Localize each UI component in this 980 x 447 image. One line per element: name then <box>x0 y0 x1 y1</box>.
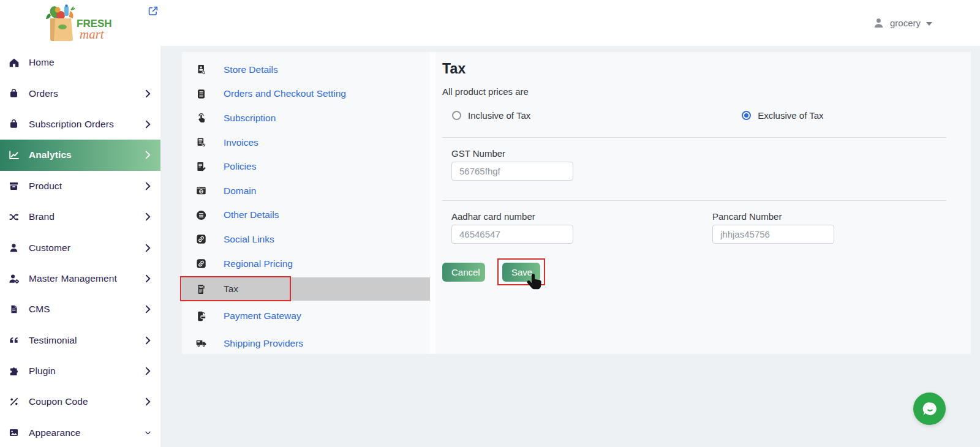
sidebar-item-label: Product <box>29 181 145 192</box>
hand-tap-icon <box>195 112 207 124</box>
panel-gap <box>430 52 435 354</box>
settings-item-label: Invoices <box>224 137 258 148</box>
settings-item-invoices[interactable]: Invoices <box>182 130 430 155</box>
settings-item-label: Shipping Providers <box>224 338 303 349</box>
sidebar-item-label: Customer <box>29 242 145 254</box>
chevron-right-icon <box>145 274 151 283</box>
chevron-right-icon <box>145 367 151 375</box>
shopping-bag-icon <box>8 88 20 99</box>
sidebar-item-label: Home <box>29 57 151 68</box>
sidebar-item-master-management[interactable]: Master Management <box>0 263 160 294</box>
tax-form-panel: Tax All product prices are Inclusive of … <box>435 52 971 354</box>
chevron-right-icon <box>145 151 151 159</box>
freshmart-logo[interactable]: FRESH mart <box>44 4 116 45</box>
settings-item-orders-checkout[interactable]: Orders and Checkout Setting <box>182 82 430 107</box>
radio-checked-icon[interactable] <box>742 111 751 120</box>
sidebar-item-home[interactable]: Home <box>0 47 160 78</box>
gst-number-input[interactable] <box>451 162 573 181</box>
sidebar-item-label: Brand <box>29 211 145 222</box>
save-button[interactable]: Save <box>502 263 540 282</box>
home-icon <box>8 57 20 69</box>
truck-icon <box>195 337 207 349</box>
settings-item-label: Store Details <box>224 64 278 75</box>
chat-bubble-icon <box>921 400 939 418</box>
settings-item-label: Tax <box>224 284 238 295</box>
archive-box-icon <box>8 180 20 192</box>
chevron-right-icon <box>145 397 151 406</box>
sidebar-item-product[interactable]: Product <box>0 171 160 201</box>
sidebar-item-orders[interactable]: Orders <box>0 78 160 108</box>
chevron-right-icon <box>145 120 151 129</box>
radio-inclusive-of-tax[interactable]: Inclusive of Tax <box>452 110 530 121</box>
sidebar-item-plugin[interactable]: Plugin <box>0 356 160 386</box>
divider <box>442 137 946 138</box>
divider <box>442 200 946 201</box>
policy-edit-icon <box>195 161 207 173</box>
sidebar-item-subscription-orders[interactable]: Subscription Orders <box>0 109 160 140</box>
gst-number-label: GST Number <box>451 148 971 159</box>
settings-item-store-details[interactable]: Store Details <box>182 58 430 82</box>
logo-text-mart: mart <box>80 27 105 42</box>
external-link-icon[interactable] <box>148 6 159 17</box>
cancel-button[interactable]: Cancel <box>442 263 485 282</box>
user-menu[interactable]: grocery <box>873 0 932 46</box>
aadhar-number-input[interactable] <box>451 225 573 244</box>
top-bar: FRESH mart grocery <box>0 0 980 46</box>
sidebar-item-cms[interactable]: CMS <box>0 294 160 325</box>
settings-item-social-links[interactable]: Social Links <box>182 227 430 252</box>
line-chart-icon <box>8 149 20 161</box>
chain-link-icon <box>195 233 207 245</box>
mobile-payment-icon <box>195 310 207 322</box>
settings-item-label: Regional Pricing <box>224 258 293 269</box>
user-name: grocery <box>890 18 921 28</box>
settings-item-label: Policies <box>224 161 256 172</box>
sidebar-item-label: Plugin <box>29 366 145 377</box>
sidebar-item-label: Orders <box>29 88 145 99</box>
circle-list-icon <box>195 209 207 221</box>
chevron-right-icon <box>145 305 151 314</box>
pancard-number-input[interactable] <box>712 225 834 244</box>
settings-item-label: Subscription <box>224 113 276 124</box>
sidebar-item-label: Testimonial <box>29 335 145 346</box>
sidebar-item-testimonial[interactable]: Testimonial <box>0 325 160 356</box>
chain-link-icon <box>195 258 207 269</box>
store-details-icon <box>195 64 207 75</box>
sidebar-item-label: Subscription Orders <box>29 119 145 130</box>
sidebar-item-brand[interactable]: Brand <box>0 201 160 232</box>
settings-item-subscription[interactable]: Subscription <box>182 106 430 130</box>
form-subtitle: All product prices are <box>442 86 971 97</box>
shopping-bag-icon <box>8 118 20 130</box>
svg-text:TAX: TAX <box>199 286 204 288</box>
settings-item-payment-gateway[interactable]: Payment Gateway <box>182 304 430 328</box>
settings-item-label: Social Links <box>224 234 274 245</box>
sidebar-item-analytics[interactable]: Analytics <box>0 140 160 170</box>
browser-globe-icon <box>195 185 207 197</box>
settings-item-domain[interactable]: Domain <box>182 179 430 203</box>
radio-exclusive-of-tax[interactable]: Exclusive of Tax <box>742 110 823 121</box>
chat-widget-button[interactable] <box>913 393 946 425</box>
settings-item-shipping-providers[interactable]: Shipping Providers <box>182 331 430 356</box>
sidebar-item-appearance[interactable]: Appearance <box>0 418 160 447</box>
user-avatar-icon <box>873 17 884 29</box>
settings-item-regional-pricing[interactable]: Regional Pricing <box>182 252 430 276</box>
radio-label: Inclusive of Tax <box>468 110 530 121</box>
chevron-right-icon <box>145 89 151 98</box>
invoice-calculator-icon <box>195 137 207 148</box>
shuffle-icon <box>8 211 20 223</box>
sidebar-item-coupon-code[interactable]: Coupon Code <box>0 386 160 417</box>
sidebar-item-label: Coupon Code <box>29 396 145 407</box>
settings-item-label: Payment Gateway <box>224 310 301 321</box>
settings-item-tax[interactable]: TAX Tax <box>182 277 430 301</box>
settings-item-policies[interactable]: Policies <box>182 154 430 179</box>
radio-label: Exclusive of Tax <box>758 110 823 121</box>
settings-item-label: Other Details <box>224 209 279 220</box>
sidebar-item-customer[interactable]: Customer <box>0 232 160 263</box>
pancard-number-label: Pancard Number <box>712 211 834 222</box>
aadhar-number-label: Aadhar card number <box>451 211 573 222</box>
page-title: Tax <box>442 61 971 77</box>
settings-item-other-details[interactable]: Other Details <box>182 203 430 228</box>
chevron-down-icon <box>926 22 932 26</box>
puzzle-icon <box>8 366 20 377</box>
radio-unchecked-icon[interactable] <box>452 111 461 120</box>
chevron-right-icon <box>145 336 151 345</box>
